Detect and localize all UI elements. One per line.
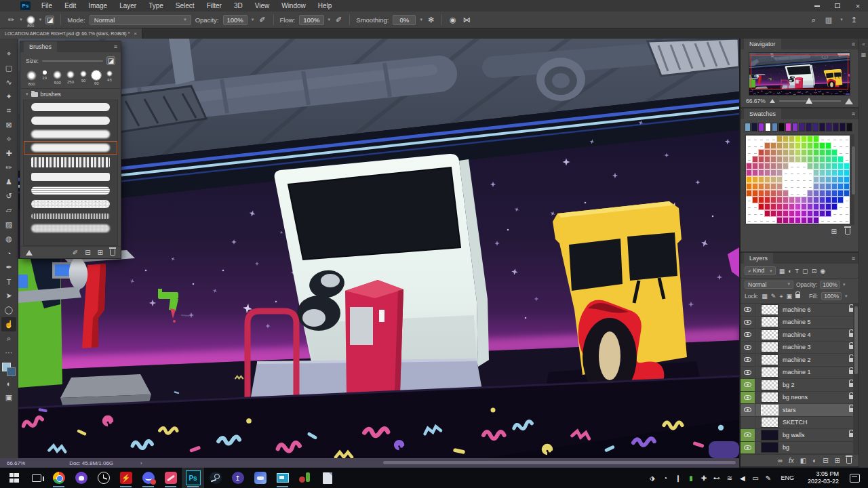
swatch-empty[interactable]	[752, 203, 758, 210]
swatch[interactable]	[783, 156, 789, 163]
swatch[interactable]	[770, 197, 776, 203]
layer-visibility-cell[interactable]	[741, 417, 755, 429]
swatch[interactable]	[801, 142, 807, 149]
brush-tool-icon[interactable]: ✏	[7, 16, 16, 24]
swatch-empty[interactable]	[746, 197, 752, 203]
marquee-tool[interactable]: ▢	[1, 61, 16, 75]
swatch-empty[interactable]	[746, 217, 752, 224]
swatch-empty[interactable]	[837, 210, 844, 217]
swatch[interactable]	[758, 149, 764, 156]
swatch-empty[interactable]	[783, 176, 789, 183]
swatch[interactable]	[837, 163, 844, 169]
minimize-button[interactable]	[807, 0, 827, 12]
chevron-down-icon[interactable]: ▾	[420, 17, 422, 22]
recent-swatch-1[interactable]	[751, 123, 757, 131]
swatch[interactable]	[801, 136, 807, 142]
brush-preset-250[interactable]: 250	[64, 70, 76, 86]
swatch[interactable]	[819, 142, 825, 149]
swatch[interactable]	[776, 169, 783, 176]
mic-tray-icon[interactable]: ❙	[672, 474, 684, 482]
layer-row[interactable]: SKETCH	[741, 417, 859, 430]
close-tab-icon[interactable]: ×	[134, 30, 137, 37]
swatch[interactable]	[831, 190, 837, 197]
swatch[interactable]	[776, 197, 783, 203]
swatch[interactable]	[758, 169, 764, 176]
panel-menu-icon[interactable]: ≡	[852, 110, 855, 117]
swatch-empty[interactable]	[795, 176, 801, 183]
layer-visibility-cell[interactable]	[741, 342, 755, 354]
swatch[interactable]	[789, 142, 795, 149]
swatch[interactable]	[789, 217, 795, 224]
swatch-empty[interactable]	[825, 217, 831, 224]
github-desktop[interactable]	[70, 468, 92, 488]
swatch[interactable]	[764, 203, 770, 210]
swatch-empty[interactable]	[831, 217, 837, 224]
swatch[interactable]	[807, 156, 813, 163]
swatch-empty[interactable]	[831, 210, 837, 217]
swatch-empty[interactable]	[801, 183, 807, 190]
swatch[interactable]	[783, 190, 789, 197]
swatch[interactable]	[819, 203, 825, 210]
swatch[interactable]	[758, 203, 764, 210]
layer-name[interactable]: machine 3	[783, 344, 844, 350]
swatch[interactable]	[813, 163, 819, 169]
lock-all-icon[interactable]	[795, 294, 800, 298]
chevron-down-icon[interactable]: ▾	[252, 17, 254, 22]
recent-swatch-2[interactable]	[758, 123, 764, 131]
workspace-icon[interactable]: ▥	[824, 16, 833, 24]
layer-visibility-cell[interactable]	[741, 392, 755, 404]
layer-name[interactable]: machine 6	[783, 306, 844, 313]
zoom-out-icon[interactable]	[770, 99, 775, 103]
swatch[interactable]	[813, 136, 819, 142]
swatch[interactable]	[783, 136, 789, 142]
menu-type[interactable]: Type	[143, 1, 169, 11]
swatch[interactable]	[764, 142, 770, 149]
layer-name[interactable]: machine 2	[783, 357, 844, 363]
search-icon[interactable]: ⌕	[810, 16, 817, 24]
swatch[interactable]	[752, 169, 758, 176]
recent-swatch-11[interactable]	[819, 123, 825, 131]
layer-row[interactable]: machine 1	[741, 367, 859, 380]
frame-tool[interactable]: ⊠	[1, 118, 16, 132]
layer-name[interactable]: bg neons	[783, 394, 844, 401]
swatch-empty[interactable]	[789, 169, 795, 176]
notification-center-icon[interactable]	[850, 474, 860, 483]
swatch-empty[interactable]	[801, 190, 807, 197]
swatch-empty[interactable]	[844, 203, 850, 210]
brush-preset-picker[interactable]: 800	[26, 12, 35, 27]
swatch[interactable]	[764, 183, 770, 190]
clock-app[interactable]	[92, 468, 115, 488]
swatch[interactable]	[825, 142, 831, 149]
swatch-empty[interactable]	[807, 183, 813, 190]
swatch[interactable]	[831, 197, 837, 203]
chevron-down-icon[interactable]: ▾	[843, 282, 846, 287]
swatch[interactable]	[789, 197, 795, 203]
new-brush-icon[interactable]: ⊞	[98, 249, 103, 256]
swatch[interactable]	[825, 203, 831, 210]
move-tool[interactable]: ⌖	[1, 47, 16, 61]
menu-select[interactable]: Select	[170, 1, 200, 11]
display-tray-icon[interactable]: ▭	[749, 474, 761, 482]
swatch[interactable]	[807, 203, 813, 210]
swatch[interactable]	[795, 136, 801, 142]
brush-folder-row[interactable]: ▾ brushes	[20, 89, 121, 100]
swatch-empty[interactable]	[837, 149, 844, 156]
hand-tool[interactable]: ☝	[1, 317, 16, 331]
navigator-viewbox[interactable]	[751, 55, 848, 89]
dock-grid-icon[interactable]: ▦	[861, 52, 867, 58]
swatch[interactable]	[783, 149, 789, 156]
smoothing-options-gear-icon[interactable]: ✻	[427, 16, 435, 24]
discord-tray-icon[interactable]: ⬗	[646, 474, 658, 482]
swatch-empty[interactable]	[825, 136, 831, 142]
swatch[interactable]	[795, 203, 801, 210]
swatch-empty[interactable]	[764, 217, 770, 224]
layer-name[interactable]: machine 5	[783, 319, 844, 325]
swatch-empty[interactable]	[837, 136, 844, 142]
swatches-tab[interactable]: Swatches	[744, 108, 781, 119]
blur-tool[interactable]: ◍	[1, 232, 16, 246]
layer-name[interactable]: machine 4	[783, 331, 844, 338]
link-layers-icon[interactable]: ∞	[778, 457, 783, 464]
swatch[interactable]	[789, 149, 795, 156]
opacity-input[interactable]: 100%	[223, 15, 248, 25]
navigator-thumbnail[interactable]	[749, 53, 850, 95]
